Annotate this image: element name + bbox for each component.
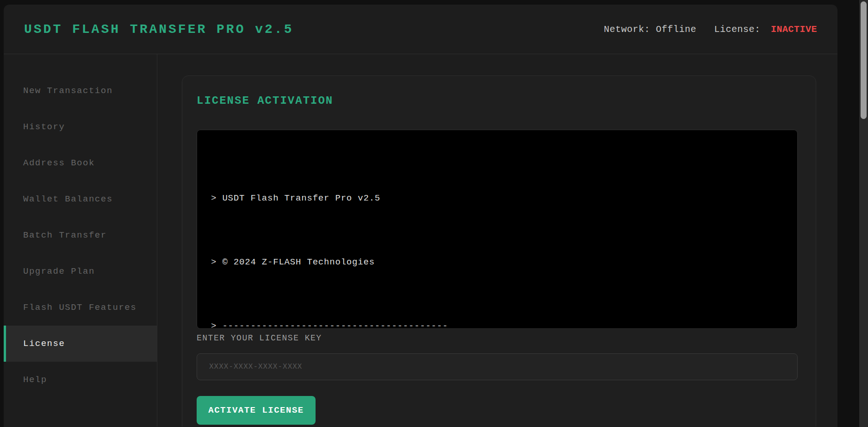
app-window: USDT FLASH TRANSFER PRO v2.5 Network: Of… bbox=[4, 5, 837, 427]
status-bar: Network: Offline License: INACTIVE bbox=[604, 24, 817, 35]
terminal-line: > © 2024 Z-FLASH Technologies bbox=[211, 251, 783, 273]
activate-license-button[interactable]: ACTIVATE LICENSE bbox=[197, 396, 316, 425]
sidebar-item-history[interactable]: History bbox=[4, 109, 157, 145]
license-status-value: INACTIVE bbox=[771, 24, 817, 35]
sidebar-item-flash-usdt-features[interactable]: Flash USDT Features bbox=[4, 289, 157, 326]
sidebar-item-wallet-balances[interactable]: Wallet Balances bbox=[4, 181, 157, 217]
terminal-output: > USDT Flash Transfer Pro v2.5 > © 2024 … bbox=[197, 130, 798, 329]
network-status: Network: Offline bbox=[604, 24, 696, 35]
sidebar-item-address-book[interactable]: Address Book bbox=[4, 145, 157, 181]
sidebar-item-license[interactable]: License bbox=[4, 326, 157, 362]
app-title: USDT FLASH TRANSFER PRO v2.5 bbox=[24, 22, 293, 37]
license-activation-card: LICENSE ACTIVATION > USDT Flash Transfer… bbox=[182, 75, 816, 427]
license-key-input[interactable] bbox=[197, 353, 798, 380]
sidebar-item-help[interactable]: Help bbox=[4, 362, 157, 398]
main-content: LICENSE ACTIVATION > USDT Flash Transfer… bbox=[157, 54, 837, 427]
license-status-label: License: bbox=[714, 24, 760, 35]
license-key-label: ENTER YOUR LICENSE KEY bbox=[197, 333, 798, 343]
card-title: LICENSE ACTIVATION bbox=[197, 94, 798, 107]
sidebar: New Transaction History Address Book Wal… bbox=[4, 54, 157, 427]
terminal-line: > --------------------------------------… bbox=[211, 315, 783, 329]
terminal-line: > USDT Flash Transfer Pro v2.5 bbox=[211, 188, 783, 209]
app-header: USDT FLASH TRANSFER PRO v2.5 Network: Of… bbox=[4, 5, 837, 54]
sidebar-item-new-transaction[interactable]: New Transaction bbox=[4, 73, 157, 109]
scrollbar-thumb[interactable] bbox=[861, 1, 867, 119]
scrollbar[interactable] bbox=[859, 0, 868, 427]
sidebar-item-batch-transfer[interactable]: Batch Transfer bbox=[4, 217, 157, 253]
sidebar-item-upgrade-plan[interactable]: Upgrade Plan bbox=[4, 253, 157, 289]
body-row: New Transaction History Address Book Wal… bbox=[4, 54, 837, 427]
